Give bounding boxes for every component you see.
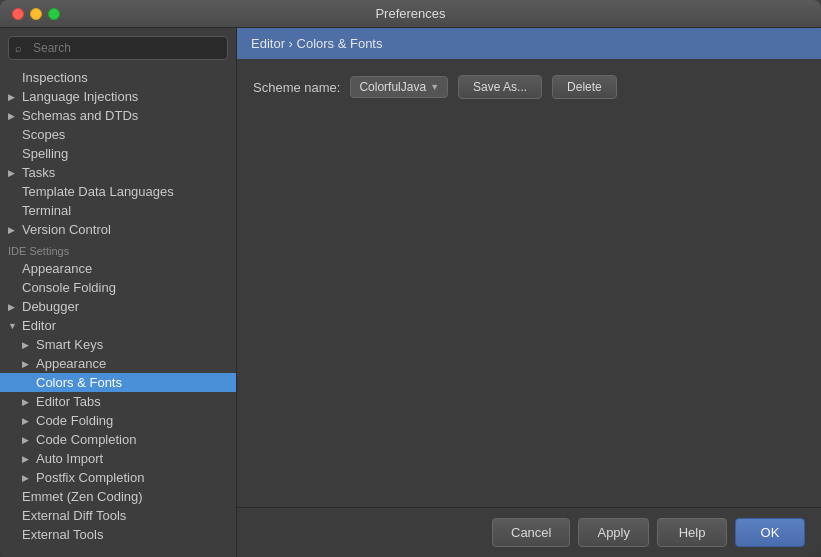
arrow-icon: ▶ bbox=[8, 225, 22, 235]
search-wrapper: ⌕ bbox=[8, 36, 228, 60]
scheme-select-dropdown[interactable]: ColorfulJava ▼ bbox=[350, 76, 448, 98]
arrow-icon bbox=[8, 130, 22, 140]
sidebar-item-scopes[interactable]: Scopes bbox=[0, 125, 236, 144]
maximize-button[interactable] bbox=[48, 8, 60, 20]
traffic-lights bbox=[12, 8, 60, 20]
arrow-icon: ▶ bbox=[22, 359, 36, 369]
close-button[interactable] bbox=[12, 8, 24, 20]
tree-list: Inspections ▶ Language Injections ▶ Sche… bbox=[0, 66, 236, 557]
sidebar-item-debugger[interactable]: ▶ Debugger bbox=[0, 297, 236, 316]
cancel-button[interactable]: Cancel bbox=[492, 518, 570, 547]
arrow-icon: ▶ bbox=[22, 435, 36, 445]
scheme-value: ColorfulJava bbox=[359, 80, 426, 94]
sidebar-item-tasks[interactable]: ▶ Tasks bbox=[0, 163, 236, 182]
chevron-down-icon: ▼ bbox=[430, 82, 439, 92]
arrow-icon bbox=[8, 511, 22, 521]
arrow-icon: ▶ bbox=[22, 454, 36, 464]
panel-content: Scheme name: ColorfulJava ▼ Save As... D… bbox=[237, 59, 821, 507]
right-panel: Editor › Colors & Fonts Scheme name: Col… bbox=[237, 28, 821, 557]
sidebar-item-code-folding[interactable]: ▶ Code Folding bbox=[0, 411, 236, 430]
sidebar-item-appearance-ide[interactable]: Appearance bbox=[0, 259, 236, 278]
sidebar-item-smart-keys[interactable]: ▶ Smart Keys bbox=[0, 335, 236, 354]
sidebar-item-postfix-completion[interactable]: ▶ Postfix Completion bbox=[0, 468, 236, 487]
arrow-icon bbox=[8, 530, 22, 540]
sidebar-item-external-diff[interactable]: External Diff Tools bbox=[0, 506, 236, 525]
arrow-icon: ▶ bbox=[8, 111, 22, 121]
arrow-icon: ▶ bbox=[8, 168, 22, 178]
arrow-icon bbox=[8, 187, 22, 197]
arrow-icon bbox=[8, 149, 22, 159]
arrow-icon bbox=[8, 206, 22, 216]
sidebar-item-inspections[interactable]: Inspections bbox=[0, 68, 236, 87]
window-title: Preferences bbox=[375, 6, 445, 21]
arrow-icon bbox=[22, 378, 36, 388]
arrow-icon: ▼ bbox=[8, 321, 22, 331]
scheme-label: Scheme name: bbox=[253, 80, 340, 95]
apply-button[interactable]: Apply bbox=[578, 518, 649, 547]
sidebar-item-terminal[interactable]: Terminal bbox=[0, 201, 236, 220]
arrow-icon: ▶ bbox=[8, 302, 22, 312]
save-as-button[interactable]: Save As... bbox=[458, 75, 542, 99]
delete-button[interactable]: Delete bbox=[552, 75, 617, 99]
sidebar-item-console-folding[interactable]: Console Folding bbox=[0, 278, 236, 297]
sidebar-item-emmet[interactable]: Emmet (Zen Coding) bbox=[0, 487, 236, 506]
sidebar-item-editor[interactable]: ▼ Editor bbox=[0, 316, 236, 335]
sidebar-item-auto-import[interactable]: ▶ Auto Import bbox=[0, 449, 236, 468]
arrow-icon bbox=[8, 492, 22, 502]
sidebar-item-external-tools[interactable]: External Tools bbox=[0, 525, 236, 544]
main-content: ⌕ Inspections ▶ Language Injections ▶ Sc… bbox=[0, 28, 821, 557]
arrow-icon: ▶ bbox=[8, 92, 22, 102]
arrow-icon bbox=[8, 73, 22, 83]
search-box: ⌕ bbox=[0, 28, 236, 66]
arrow-icon: ▶ bbox=[22, 340, 36, 350]
ide-settings-header: IDE Settings bbox=[0, 239, 236, 259]
arrow-icon: ▶ bbox=[22, 397, 36, 407]
ok-button[interactable]: OK bbox=[735, 518, 805, 547]
arrow-icon bbox=[8, 264, 22, 274]
scheme-row: Scheme name: ColorfulJava ▼ Save As... D… bbox=[253, 75, 805, 99]
sidebar-item-code-completion[interactable]: ▶ Code Completion bbox=[0, 430, 236, 449]
sidebar-item-editor-tabs[interactable]: ▶ Editor Tabs bbox=[0, 392, 236, 411]
sidebar-item-spelling[interactable]: Spelling bbox=[0, 144, 236, 163]
sidebar-item-version-control[interactable]: ▶ Version Control bbox=[0, 220, 236, 239]
sidebar-item-appearance-editor[interactable]: ▶ Appearance bbox=[0, 354, 236, 373]
help-button[interactable]: Help bbox=[657, 518, 727, 547]
minimize-button[interactable] bbox=[30, 8, 42, 20]
arrow-icon bbox=[8, 283, 22, 293]
sidebar-item-schemas-dtds[interactable]: ▶ Schemas and DTDs bbox=[0, 106, 236, 125]
sidebar: ⌕ Inspections ▶ Language Injections ▶ Sc… bbox=[0, 28, 237, 557]
footer: Cancel Apply Help OK bbox=[237, 507, 821, 557]
search-input[interactable] bbox=[8, 36, 228, 60]
arrow-icon: ▶ bbox=[22, 473, 36, 483]
preferences-window: Preferences ⌕ Inspections ▶ Language Inj… bbox=[0, 0, 821, 557]
title-bar: Preferences bbox=[0, 0, 821, 28]
breadcrumb: Editor › Colors & Fonts bbox=[237, 28, 821, 59]
sidebar-item-language-injections[interactable]: ▶ Language Injections bbox=[0, 87, 236, 106]
arrow-icon: ▶ bbox=[22, 416, 36, 426]
sidebar-item-colors-fonts[interactable]: Colors & Fonts bbox=[0, 373, 236, 392]
sidebar-item-template-data-languages[interactable]: Template Data Languages bbox=[0, 182, 236, 201]
search-icon: ⌕ bbox=[15, 42, 22, 54]
